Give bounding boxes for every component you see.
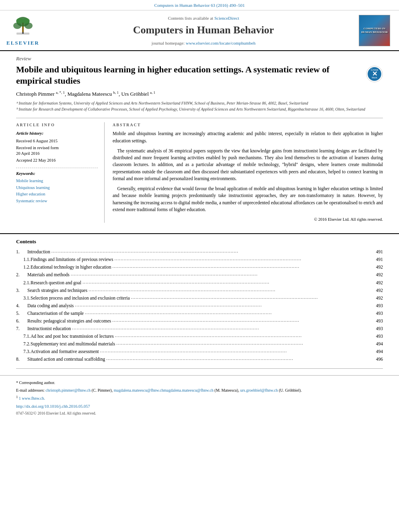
- table-of-contents-item: 1. Introduction ························…: [16, 249, 383, 255]
- toc-label: Activation and formative assessment ····…: [31, 348, 383, 355]
- toc-page: 492: [372, 279, 383, 286]
- toc-number: 8.: [16, 356, 27, 362]
- toc-sub-number: 7.1.: [16, 333, 31, 339]
- toc-title: Instructionist education: [27, 325, 71, 332]
- toc-sub-number: 7.2.: [16, 341, 31, 347]
- toc-page: 493: [372, 310, 383, 316]
- publisher-logo-area: ELSEVIER: [6, 14, 51, 47]
- toc-sub-number: 3.1.: [16, 295, 31, 301]
- keywords-label: Keywords:: [16, 170, 98, 177]
- journal-cover-area: COMPUTERS IN HUMAN BEHAVIOR: [356, 14, 393, 47]
- homepage-link[interactable]: www.elsevier.com/locate/comphumbeh: [186, 41, 255, 45]
- science-direct-anchor[interactable]: ScienceDirect: [214, 16, 239, 21]
- article-body: Review Mobile and ubiquitous learning in…: [0, 51, 399, 229]
- toc-label: Findings and limitations of previous rev…: [31, 256, 383, 263]
- toc-label: Selection process and inclusion and excl…: [31, 295, 383, 301]
- keyword-2: Ubiquitous learning: [16, 185, 98, 191]
- toc-dots: ········································…: [85, 310, 370, 317]
- keyword-3: Higher education: [16, 191, 98, 197]
- toc-dots: ········································…: [113, 264, 370, 271]
- toc-number: 2.: [16, 271, 27, 278]
- toc-sub-number: 1.1.: [16, 256, 31, 263]
- toc-title: Introduction: [27, 249, 50, 255]
- toc-title: Findings and limitations of previous rev…: [31, 256, 113, 263]
- keyword-1: Mobile learning: [16, 178, 98, 184]
- toc-number: 5.: [16, 310, 27, 316]
- email-footnote: E-mail addresses: christoph.pimmer@fhnw.…: [16, 387, 383, 393]
- svg-text:Mark: Mark: [372, 76, 377, 79]
- toc-page: 493: [372, 333, 383, 339]
- toc-page: 492: [372, 287, 383, 294]
- table-of-contents-item: 7.3. Activation and formative assessment…: [16, 348, 383, 355]
- received-date: Received 6 August 2015: [16, 138, 98, 144]
- toc-page: 491: [372, 249, 383, 255]
- toc-dots: ········································…: [106, 356, 370, 363]
- toc-label: Results: pedagogical strategies and outc…: [27, 318, 383, 324]
- svg-text:Cross: Cross: [371, 68, 378, 71]
- toc-page: 494: [372, 341, 383, 347]
- revised-date: Received in revised form 20 April 2016: [16, 145, 98, 157]
- svg-rect-7: [22, 32, 24, 34]
- fhnw-link[interactable]: 1 www.fhnw.ch.: [19, 396, 45, 401]
- svg-point-6: [23, 18, 30, 24]
- table-of-contents-item: 1.2. Educational technology in higher ed…: [16, 264, 383, 270]
- toc-sub-number: 1.2.: [16, 264, 31, 270]
- table-of-contents: 1. Introduction ························…: [16, 249, 383, 362]
- toc-sub-number: 2.1.: [16, 279, 31, 286]
- toc-dots: ········································…: [100, 349, 370, 355]
- toc-page: 493: [372, 302, 383, 309]
- toc-title: Data coding and analysis: [27, 302, 74, 309]
- toc-dots: ········································…: [82, 280, 370, 286]
- footnote1: 1 1 www.fhnw.ch.: [16, 395, 383, 401]
- footer-divider: [16, 368, 383, 369]
- toc-title: Activation and formative assessment: [31, 348, 99, 355]
- table-of-contents-item: 4. Data coding and analysis ············…: [16, 302, 383, 309]
- email3-link[interactable]: urs.groehbiel@fhnw.ch: [240, 388, 278, 392]
- toc-number: 4.: [16, 302, 27, 309]
- toc-page: 492: [372, 271, 383, 278]
- contents-section: Contents 1. Introduction ···············…: [0, 238, 399, 363]
- toc-page: 492: [372, 295, 383, 301]
- abstract-para1: Mobile and ubiquitous learning are incre…: [113, 130, 383, 144]
- two-column-section: ARTICLE INFO Article history: Received 6…: [16, 118, 383, 223]
- table-of-contents-item: 6. Results: pedagogical strategies and o…: [16, 318, 383, 324]
- email1-link[interactable]: christoph.pimmer@fhnw.ch: [45, 388, 90, 392]
- toc-number: 3.: [16, 287, 27, 294]
- toc-label: Instructionist education ···············…: [27, 325, 383, 332]
- journal-header: ELSEVIER Contents lists available at Sci…: [0, 10, 399, 51]
- issn-text: 0747-5632/© 2016 Elsevier Ltd. All right…: [16, 411, 383, 416]
- doi-link[interactable]: http://dx.doi.org/10.1016/j.chb.2016.05.…: [16, 404, 383, 410]
- doi-anchor[interactable]: http://dx.doi.org/10.1016/j.chb.2016.05.…: [16, 404, 90, 409]
- journal-homepage: journal homepage: www.elsevier.com/locat…: [152, 40, 255, 46]
- toc-label: Research question and goal ·············…: [31, 279, 383, 286]
- abstract-column: ABSTRACT Mobile and ubiquitous learning …: [113, 122, 383, 223]
- abstract-label: ABSTRACT: [113, 122, 383, 128]
- toc-dots: ········································…: [115, 333, 370, 340]
- elsevier-logo: ELSEVIER: [6, 14, 39, 47]
- toc-title: Selection process and inclusion and excl…: [31, 295, 130, 301]
- author1: Christoph Pimmer a, *, 1, Magdalena Mate…: [16, 91, 155, 97]
- toc-dots: ········································…: [114, 257, 370, 263]
- toc-dots: ········································…: [131, 295, 370, 302]
- toc-label: Supplementary text and multimodal materi…: [31, 341, 383, 347]
- table-of-contents-item: 8. Situated action and contextual scaffo…: [16, 356, 383, 362]
- toc-title: Situated action and contextual scaffoldi…: [27, 356, 105, 362]
- toc-title: Research question and goal: [31, 279, 81, 286]
- toc-dots: ········································…: [116, 341, 370, 347]
- toc-dots: ········································…: [112, 318, 370, 325]
- footer: * Corresponding author. E-mail addresses…: [0, 375, 399, 419]
- toc-label: Educational technology in higher educati…: [31, 264, 383, 270]
- keywords-section: Keywords: Mobile learning Ubiquitous lea…: [16, 168, 98, 204]
- email2-link[interactable]: magdalena.mateescu@fhnw.ch: [114, 388, 164, 392]
- keyword-4: Systematic review: [16, 198, 98, 204]
- article-type: Review: [16, 55, 383, 62]
- toc-title: Results: pedagogical strategies and outc…: [27, 318, 111, 324]
- article-title-row: Mobile and ubiquitous learning in higher…: [16, 64, 383, 87]
- table-of-contents-item: 3.1. Selection process and inclusion and…: [16, 295, 383, 301]
- affiliations: ᵃ Institute for Information Systems, Uni…: [16, 100, 383, 112]
- toc-page: 493: [372, 325, 383, 332]
- toc-label: Introduction ···························…: [27, 249, 383, 255]
- journal-title-area: Contents lists available at ScienceDirec…: [51, 14, 356, 47]
- copyright-text: © 2016 Elsevier Ltd. All rights reserved…: [113, 216, 383, 223]
- article-history-label: Article history:: [16, 130, 98, 136]
